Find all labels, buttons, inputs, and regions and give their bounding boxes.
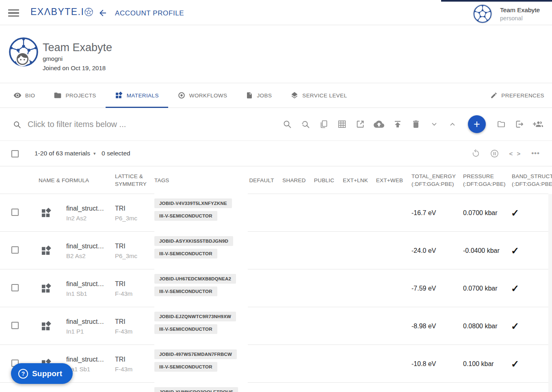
more-options-icon[interactable]: ••• [531,149,540,157]
row-checkbox[interactable] [11,322,19,329]
tag-chip[interactable]: III-V-SEMICONDUCTOR [154,211,217,221]
toolbar: + [282,108,543,140]
band-structure-check-icon: ✓ [511,358,519,370]
import-icon[interactable] [515,119,524,129]
delete-icon[interactable] [411,119,421,129]
tag-chip[interactable]: JOBID-497WS7EMDAN7FRBCW [154,349,237,359]
tab-materials[interactable]: MATERIALS [106,83,168,108]
lattice-cell: TRI P6_3mc [115,205,137,221]
group-add-icon[interactable] [533,119,543,129]
tag-chip[interactable]: JOBID-UH67EDCMXB8DQNEA2 [154,274,236,284]
pressure-value: 0.100 kbar [463,360,494,368]
tab-bar: BIO PROJECTS MATERIALS WORKFLOWS JOBS SE… [0,83,552,108]
col-name-formula[interactable]: NAME & FORMULA [39,177,89,184]
select-all-checkbox[interactable] [11,150,19,157]
chevron-down-icon[interactable] [429,119,439,129]
pause-circle-icon[interactable] [490,149,499,158]
filter-bar: + [0,108,552,141]
col-shared[interactable]: SHARED [282,177,305,184]
search-items-icon[interactable] [282,119,292,129]
user-menu[interactable]: Team Exabyte personal [473,4,540,24]
user-name: Team Exabyte [500,6,540,14]
material-icon [41,207,52,219]
add-material-button[interactable]: + [468,115,486,133]
tab-jobs[interactable]: JOBS [236,83,281,108]
cloud-upload-icon[interactable] [374,119,384,129]
table-row[interactable]: final_struct… In1 Sb1 TRI F-43m JOBID-UH… [0,269,552,307]
col-default[interactable]: DEFAULT [249,177,274,184]
tab-bio[interactable]: BIO [4,83,44,108]
material-name-cell[interactable]: final_struct… B2 As2 [66,242,114,259]
tag-chip[interactable]: JOBID-EJZQNWTC9R73NH9XW [154,312,236,321]
filter-input[interactable] [28,108,255,140]
chevron-up-icon[interactable] [448,119,457,129]
tag-chip[interactable]: JOBID-V4V339T5LXNFYZKNE [154,198,232,208]
support-label: Support [32,369,62,378]
row-checkbox[interactable] [11,246,19,254]
material-name-cell[interactable]: final_struct… Ga1 Sb1 [66,355,114,372]
table-row[interactable]: final_struct… B2 As2 TRI P6_3mc JOBID-AS… [0,232,552,269]
tags-cell: JOBID-EJZQNWTC9R73NH9XW III-V-SEMICONDUC… [154,312,236,334]
col-public[interactable]: PUBLIC [314,177,334,184]
tags-cell: JOBID-497WS7EMDAN7FRBCW III-V-SEMICONDUC… [154,349,237,372]
undo-icon[interactable] [471,149,480,158]
pagination-range: 1-20 of 63 materials [35,150,90,157]
code-icon[interactable]: < > [509,150,522,157]
col-ext-lnk[interactable]: EXT+LNK [343,177,368,184]
table-row[interactable]: final_struct… Ga1 Sb1 TRI F-43m JOBID-49… [0,345,552,383]
table-row[interactable]: final_struct… In1 P1 TRI F-43m JOBID-EJZ… [0,307,552,345]
tag-chip[interactable]: III-V-SEMICONDUCTOR [154,362,217,372]
col-tags[interactable]: TAGS [154,177,169,184]
back-arrow-icon[interactable] [98,8,108,18]
tag-chip[interactable]: JOBID-YUMNCDQ3QQLETRQUS [154,387,238,392]
material-formula: Ga1 Sb1 [66,365,114,372]
material-icon [41,321,52,332]
tags-cell: JOBID-ASYXKISS5TBDJGN9D III-V-SEMICONDUC… [154,236,233,258]
material-name: final_struct… [66,355,114,363]
total-energy-value: -7.59 eV [411,285,436,292]
tab-service-level[interactable]: SERVICE LEVEL [281,83,356,108]
lattice-cell: TRI P6_3mc [115,242,137,259]
table-row[interactable]: final_struct… In2 As2 TRI P6_3mc JOBID-V… [0,194,552,232]
tag-chip[interactable]: III-V-SEMICONDUCTOR [154,249,217,258]
lattice-cell: TRI F-43m [115,280,132,297]
col-ext-web[interactable]: EXT+WEB [376,177,403,184]
total-energy-value: -16.7 eV [411,209,436,217]
tab-preferences[interactable]: PREFERENCES [481,83,552,108]
caret-down-icon: ▾ [93,151,96,156]
pagination-dropdown[interactable]: 1-20 of 63 materials ▾ [35,141,96,166]
material-name: final_struct… [66,280,114,287]
folder-outline-icon[interactable] [496,119,506,129]
col-total-energy[interactable]: TOTAL_ENERGY (:DFT:GGA:PBE) [411,172,456,188]
material-name: final_struct… [66,318,114,325]
tags-cell: JOBID-V4V339T5LXNFYZKNE III-V-SEMICONDUC… [154,198,232,221]
grid-view-icon[interactable] [337,119,347,129]
material-name-cell[interactable]: final_struct… In1 P1 [66,318,114,334]
scrollbar-gutter[interactable] [548,194,552,392]
upload-icon[interactable] [393,119,403,129]
eye-icon [13,91,22,99]
tag-chip[interactable]: III-V-SEMICONDUCTOR [154,286,217,296]
tag-chip[interactable]: JOBID-ASYXKISS5TBDJGN9D [154,236,233,246]
copy-icon[interactable] [319,119,329,129]
menu-icon[interactable] [8,9,19,17]
total-energy-value: -10.8 eV [411,360,436,368]
tab-workflows[interactable]: WORKFLOWS [168,83,237,108]
support-button[interactable]: ? Support [11,363,73,384]
exabyte-logo[interactable]: EXΛBYTE.I [30,6,93,17]
col-lattice-symmetry[interactable]: LATTICE & SYMMETRY [115,172,147,188]
col-pressure[interactable]: PRESSURE (:DFT:GGA:PBE) [463,172,506,188]
row-checkbox[interactable] [11,209,19,216]
col-band-structure[interactable]: BAND_STRUCTU (:DFT:GGA:PBE) [512,172,552,188]
material-name-cell[interactable]: final_struct… In2 As2 [66,205,114,221]
material-name-cell[interactable]: final_struct… In1 Sb1 [66,280,114,297]
table-row[interactable]: JOBID-YUMNCDQ3QQLETRQUS [0,383,552,392]
lattice-cell: TRI F-43m [115,355,132,372]
saved-search-icon[interactable] [301,119,310,129]
exabyte-ball-icon [84,8,93,16]
material-formula: B2 As2 [66,252,114,259]
open-in-new-icon[interactable] [355,119,365,129]
row-checkbox[interactable] [11,284,19,291]
tab-projects[interactable]: PROJECTS [44,83,105,108]
tag-chip[interactable]: III-V-SEMICONDUCTOR [154,324,217,334]
